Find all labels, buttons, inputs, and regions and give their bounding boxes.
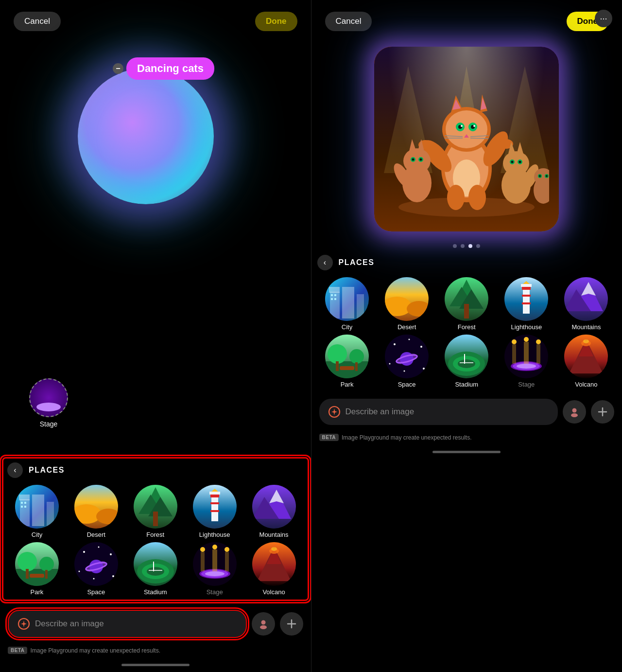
left-top-bar: Cancel Done: [0, 0, 311, 39]
left-place-mountains[interactable]: Mountains: [245, 485, 303, 538]
svg-point-58: [225, 547, 229, 552]
remove-dancing-cats-button[interactable]: −: [113, 63, 123, 74]
cats-svg: [384, 66, 549, 222]
svg-point-109: [420, 159, 422, 161]
svg-rect-22: [210, 502, 219, 504]
right-place-space[interactable]: Space: [378, 335, 436, 388]
glowing-orb: [78, 68, 214, 204]
left-beta-badge: BETA: [8, 647, 27, 654]
remove-stage-button[interactable]: −: [29, 378, 36, 385]
svg-rect-176: [464, 354, 465, 364]
cats-image-inner: [374, 47, 559, 231]
left-place-stadium[interactable]: Stadium: [127, 542, 184, 596]
left-done-button[interactable]: Done: [255, 12, 297, 31]
left-place-circle-forest: [134, 485, 177, 529]
pagination-dots: [311, 244, 622, 248]
dot-3[interactable]: [468, 244, 472, 248]
left-place-circle-space: [74, 542, 118, 586]
left-place-stage[interactable]: Stage: [186, 542, 243, 596]
right-place-circle-desert: [385, 277, 429, 321]
right-cancel-button[interactable]: Cancel: [325, 12, 372, 31]
dot-2[interactable]: [461, 244, 465, 248]
right-place-city[interactable]: City: [318, 277, 376, 331]
right-place-forest[interactable]: Forest: [438, 277, 496, 331]
right-person-button[interactable]: [563, 400, 586, 424]
left-place-forest[interactable]: Forest: [127, 485, 184, 538]
dot-1[interactable]: [453, 244, 457, 248]
svg-point-90: [473, 125, 475, 127]
svg-point-99: [468, 185, 486, 210]
right-top-bar: Cancel Done: [311, 0, 622, 39]
svg-point-56: [200, 547, 205, 552]
right-place-circle-stage: [504, 335, 548, 378]
right-describe-input[interactable]: Describe an image: [319, 399, 558, 425]
svg-rect-132: [334, 294, 336, 296]
svg-point-69: [260, 625, 267, 629]
right-place-stage[interactable]: Stage: [498, 335, 555, 388]
left-place-circle-desert: [74, 485, 118, 529]
svg-rect-142: [464, 304, 469, 318]
left-place-space[interactable]: Space: [68, 542, 125, 596]
svg-point-103: [403, 148, 431, 174]
svg-rect-144: [523, 287, 530, 314]
svg-point-165: [389, 363, 391, 365]
left-places-grid: CityDesertForestLighthouseMountainsParkS…: [7, 485, 304, 596]
left-place-label-stadium: Stadium: [144, 588, 167, 596]
svg-rect-130: [357, 294, 364, 318]
left-place-circle-volcano: [252, 542, 296, 586]
left-place-label-forest: Forest: [146, 531, 164, 538]
svg-rect-50: [153, 562, 154, 571]
svg-rect-149: [522, 302, 531, 304]
dancing-cats-bubble[interactable]: − Dancing cats: [126, 57, 214, 80]
left-bottom-bar: Describe an image: [0, 605, 311, 646]
svg-rect-7: [21, 506, 23, 508]
left-person-button[interactable]: [252, 612, 275, 636]
left-place-circle-stage: [193, 542, 237, 586]
svg-point-167: [404, 371, 405, 372]
svg-point-108: [412, 159, 415, 161]
right-place-desert[interactable]: Desert: [378, 277, 436, 331]
right-back-button[interactable]: ‹: [317, 255, 333, 270]
svg-point-125: [546, 175, 548, 177]
right-place-circle-volcano: [564, 335, 608, 378]
right-image-container: [311, 39, 622, 239]
left-sparkle-icon: [17, 618, 30, 630]
right-place-mountains[interactable]: Mountains: [557, 277, 615, 331]
left-back-button[interactable]: ‹: [7, 462, 23, 478]
left-places-header: ‹ PLACES: [7, 462, 304, 478]
left-beta-bar: BETA Image Playground may create unexpec…: [0, 646, 311, 660]
dot-4[interactable]: [476, 244, 480, 248]
svg-point-44: [89, 560, 103, 573]
left-place-desert[interactable]: Desert: [68, 485, 125, 538]
right-places-section: ‹ PLACES CityDesertForestLighthouseMount…: [311, 255, 622, 388]
svg-point-68: [261, 620, 265, 625]
right-add-button[interactable]: [591, 400, 614, 424]
right-place-volcano[interactable]: Volcano: [557, 335, 615, 388]
svg-point-184: [536, 339, 541, 344]
svg-point-182: [512, 339, 517, 344]
left-place-city[interactable]: City: [8, 485, 66, 538]
left-cancel-button[interactable]: Cancel: [14, 12, 61, 31]
left-place-volcano[interactable]: Volcano: [245, 542, 303, 596]
more-options-button[interactable]: ···: [595, 10, 612, 27]
svg-point-30: [17, 552, 37, 571]
svg-rect-4: [47, 502, 54, 526]
svg-rect-134: [334, 298, 336, 300]
svg-point-118: [519, 161, 521, 163]
left-place-label-lighthouse: Lighthouse: [199, 531, 230, 538]
left-place-lighthouse[interactable]: Lighthouse: [186, 485, 243, 538]
right-place-label-lighthouse: Lighthouse: [511, 323, 542, 331]
right-place-park[interactable]: Park: [318, 335, 376, 388]
stage-icon-item[interactable]: − Stage: [29, 378, 68, 428]
svg-rect-20: [209, 492, 220, 495]
right-place-lighthouse[interactable]: Lighthouse: [498, 277, 555, 331]
left-add-button[interactable]: [280, 612, 303, 636]
left-place-label-park: Park: [31, 588, 44, 596]
svg-rect-18: [211, 495, 218, 521]
svg-point-66: [271, 547, 277, 551]
svg-point-39: [78, 571, 80, 572]
left-place-park[interactable]: Park: [8, 542, 66, 596]
right-panel: Cancel Done ···: [311, 0, 622, 672]
right-place-stadium[interactable]: Stadium: [438, 335, 496, 388]
left-describe-input[interactable]: Describe an image: [8, 610, 247, 638]
